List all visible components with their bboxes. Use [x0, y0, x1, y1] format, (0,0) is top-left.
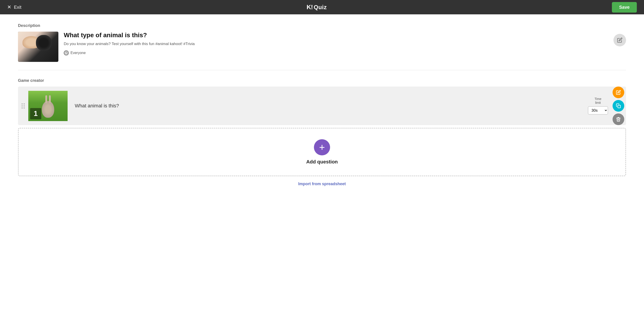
kahoot-logo: K! — [306, 3, 313, 11]
delete-question-button[interactable] — [612, 114, 624, 125]
close-icon: ✕ — [7, 5, 11, 10]
audience-icon — [64, 50, 69, 55]
description-area: What type of animal is this? Do you know… — [18, 32, 626, 62]
quiz-subtitle: Do you know your animals? Test yourself … — [64, 41, 626, 47]
quiz-title: What type of animal is this? — [64, 32, 626, 39]
time-limit-select[interactable]: 10s 20s 30s 60s 90s 120s 240s — [588, 106, 608, 115]
add-question-area[interactable]: + Add question — [18, 128, 626, 176]
svg-rect-1 — [618, 105, 620, 108]
edit-icon — [616, 90, 621, 95]
drag-dots-icon — [22, 103, 25, 109]
action-buttons — [612, 87, 626, 125]
exit-label: Exit — [14, 5, 21, 10]
description-text: What type of animal is this? Do you know… — [64, 32, 626, 55]
audience-badge: Everyone — [64, 50, 626, 55]
question-text: What animal is this? — [68, 103, 588, 109]
question-number: 1 — [30, 108, 41, 119]
header: ✕ Exit K! Quiz Save — [0, 0, 644, 14]
quiz-thumbnail — [18, 32, 58, 62]
description-section-label: Description — [18, 23, 626, 28]
question-image: 1 — [28, 91, 68, 121]
question-card: 1 What animal is this? Timelimit 10s 20s… — [18, 87, 626, 125]
exit-button[interactable]: ✕ Exit — [7, 5, 21, 10]
add-plus-icon: + — [314, 139, 330, 156]
save-button[interactable]: Save — [612, 2, 637, 12]
main-content: Description What type of animal is this?… — [0, 14, 644, 313]
edit-description-button[interactable] — [614, 34, 626, 46]
audience-label: Everyone — [70, 51, 86, 55]
time-limit-label: Timelimit — [594, 97, 602, 105]
cat-image — [18, 32, 58, 62]
drag-handle[interactable] — [18, 92, 28, 119]
add-question-label: Add question — [306, 159, 338, 165]
duplicate-icon — [616, 103, 621, 108]
quiz-word: Quiz — [314, 4, 327, 11]
question-controls: Timelimit 10s 20s 30s 60s 90s 120s 240s — [588, 97, 612, 115]
edit-question-button[interactable] — [612, 87, 624, 98]
import-spreadsheet-link[interactable]: Import from spreadsheet — [18, 182, 626, 186]
app-title: K! Quiz — [306, 3, 327, 11]
pencil-icon — [617, 37, 622, 43]
section-divider — [18, 70, 626, 70]
game-creator-label: Game creator — [18, 78, 626, 83]
duplicate-question-button[interactable] — [612, 100, 624, 112]
trash-icon — [616, 117, 621, 122]
